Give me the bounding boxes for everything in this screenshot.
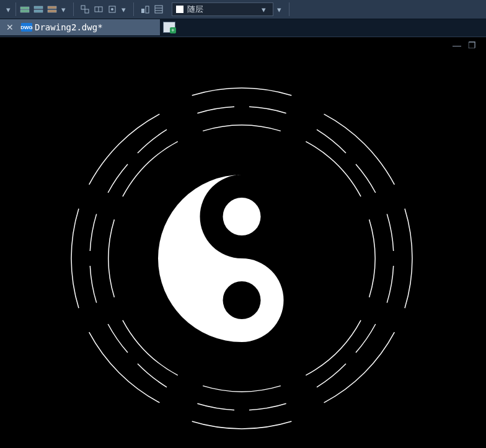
props-panel-icon[interactable] <box>152 3 165 15</box>
block-edit-icon[interactable] <box>106 3 118 15</box>
new-document-icon <box>163 22 175 33</box>
svg-rect-4 <box>48 6 56 9</box>
layer-props-icon[interactable] <box>46 3 58 15</box>
color-swatch <box>176 6 183 13</box>
match-props-icon[interactable] <box>139 3 151 15</box>
block-tool-group: ▾ <box>76 0 131 19</box>
dropdown-arrow-icon[interactable]: ▾ <box>119 3 128 15</box>
layer-tool-group: ▾ ▾ <box>1 0 71 19</box>
document-tab-strip: ✕ DWG Drawing2.dwg* <box>0 19 486 37</box>
document-tab-label: Drawing2.dwg* <box>35 22 103 32</box>
svg-rect-2 <box>34 6 43 9</box>
dropdown-arrow-icon: ▾ <box>259 3 268 15</box>
color-control-dropdown[interactable]: 随层 ▾ <box>172 2 273 16</box>
taiji-symbol <box>158 175 284 342</box>
document-tab-active[interactable]: ✕ DWG Drawing2.dwg* <box>0 19 160 35</box>
dropdown-arrow-icon[interactable]: ▾ <box>4 3 12 15</box>
svg-rect-1 <box>20 10 29 12</box>
color-label: 随层 <box>187 4 203 15</box>
block-insert-icon[interactable] <box>79 3 91 15</box>
ribbon-toolbar: ▾ ▾ ▾ 随层 ▾ ▾ <box>0 0 486 19</box>
svg-rect-13 <box>146 6 149 13</box>
drawing-content <box>0 37 486 448</box>
svg-point-19 <box>223 198 261 235</box>
separator <box>73 2 74 16</box>
dropdown-arrow-icon[interactable]: ▾ <box>59 3 68 15</box>
svg-rect-6 <box>81 6 85 9</box>
separator <box>289 2 289 16</box>
svg-rect-3 <box>34 10 43 12</box>
svg-rect-0 <box>20 7 29 9</box>
properties-tool-group: 随层 ▾ ▾ <box>136 0 287 19</box>
dwg-file-icon: DWG <box>21 23 32 32</box>
layer-states-icon[interactable] <box>32 3 45 15</box>
block-create-icon[interactable] <box>92 3 105 15</box>
separator <box>15 2 16 16</box>
svg-rect-7 <box>85 9 89 13</box>
separator <box>133 2 134 16</box>
new-tab-button[interactable] <box>160 19 179 35</box>
svg-rect-5 <box>48 10 56 12</box>
svg-point-11 <box>111 8 113 11</box>
dropdown-arrow-icon[interactable]: ▾ <box>275 3 283 15</box>
svg-point-18 <box>223 281 261 319</box>
layer-icon[interactable] <box>19 3 31 15</box>
drawing-canvas[interactable]: — ❐ <box>0 37 486 448</box>
svg-rect-12 <box>141 9 144 13</box>
svg-rect-14 <box>155 6 162 13</box>
close-tab-button[interactable]: ✕ <box>5 22 15 32</box>
